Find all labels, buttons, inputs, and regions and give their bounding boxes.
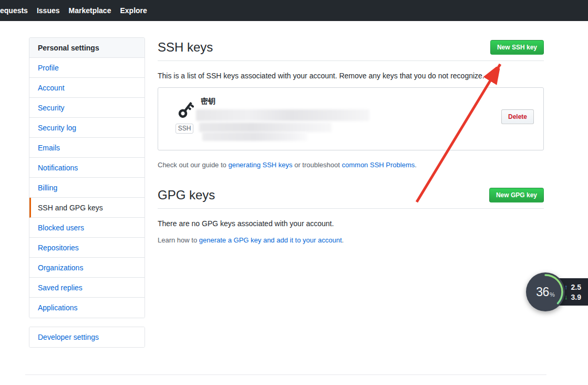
sidebar-header: Personal settings bbox=[29, 38, 145, 58]
ssh-help-prefix: Check out our guide to bbox=[158, 161, 228, 169]
gpg-help-prefix: Learn how to bbox=[158, 236, 199, 244]
sidebar-item-ssh-and-gpg-keys[interactable]: SSH and GPG keys bbox=[29, 198, 145, 218]
download-value: 3.9 bbox=[571, 293, 581, 301]
common-ssh-problems-link[interactable]: common SSH Problems bbox=[342, 161, 415, 169]
ssh-keys-title: SSH keys bbox=[158, 40, 213, 55]
sidebar-item-account[interactable]: Account bbox=[29, 78, 145, 98]
sidebar-item-emails[interactable]: Emails bbox=[29, 138, 145, 158]
ssh-help-suffix: . bbox=[415, 161, 417, 169]
developer-settings-menu: Developer settings bbox=[29, 327, 145, 348]
ssh-keys-description: This is a list of SSH keys associated wi… bbox=[158, 72, 544, 80]
nav-item-issues[interactable]: Issues bbox=[37, 6, 60, 15]
redacted-detail-line bbox=[199, 123, 332, 132]
new-ssh-key-button[interactable]: New SSH key bbox=[490, 40, 544, 55]
upload-row: ↑ 2.5 bbox=[564, 283, 588, 291]
sidebar-item-organizations[interactable]: Organizations bbox=[29, 258, 145, 278]
key-icon bbox=[176, 99, 194, 123]
sidebar-item-security-log[interactable]: Security log bbox=[29, 118, 145, 138]
sidebar-item-billing[interactable]: Billing bbox=[29, 178, 145, 198]
settings-sidebar: Personal settings Profile Account Securi… bbox=[29, 37, 145, 348]
top-navbar: equests Issues Marketplace Explore bbox=[0, 0, 588, 21]
gauge-arc bbox=[526, 272, 565, 311]
nav-item-explore[interactable]: Explore bbox=[120, 6, 147, 15]
nav-item-pull-requests[interactable]: equests bbox=[0, 6, 28, 15]
gpg-keys-header: GPG keys New GPG key bbox=[158, 188, 544, 209]
settings-content: SSH keys New SSH key This is a list of S… bbox=[158, 34, 544, 244]
usage-gauge-widget[interactable]: 36 % bbox=[526, 272, 565, 311]
generate-gpg-key-link[interactable]: generate a GPG key and add it to your ac… bbox=[199, 236, 342, 244]
sidebar-item-notifications[interactable]: Notifications bbox=[29, 158, 145, 178]
ssh-key-title: 密钥 bbox=[201, 97, 215, 106]
sidebar-item-applications[interactable]: Applications bbox=[29, 298, 145, 318]
new-gpg-key-button[interactable]: New GPG key bbox=[489, 188, 544, 202]
sidebar-item-blocked-users[interactable]: Blocked users bbox=[29, 218, 145, 238]
gpg-help-text: Learn how to generate a GPG key and add … bbox=[158, 236, 544, 244]
redacted-fingerprint bbox=[196, 109, 369, 121]
sidebar-item-developer-settings[interactable]: Developer settings bbox=[29, 327, 145, 347]
ssh-badge: SSH bbox=[176, 124, 193, 134]
gpg-help-suffix: . bbox=[342, 236, 344, 244]
redacted-detail-line bbox=[202, 132, 307, 141]
sidebar-item-repositories[interactable]: Repositories bbox=[29, 238, 145, 258]
sidebar-item-saved-replies[interactable]: Saved replies bbox=[29, 278, 145, 298]
delete-key-button[interactable]: Delete bbox=[501, 109, 534, 124]
generating-ssh-keys-link[interactable]: generating SSH keys bbox=[228, 161, 292, 169]
ssh-key-card: SSH 密钥 Delete bbox=[158, 87, 544, 150]
download-row: ↓ 3.9 bbox=[564, 293, 588, 301]
ssh-help-middle: or troubleshoot bbox=[293, 161, 342, 169]
nav-item-marketplace[interactable]: Marketplace bbox=[69, 6, 111, 15]
personal-settings-menu: Personal settings Profile Account Securi… bbox=[29, 37, 145, 318]
footer-divider bbox=[25, 374, 546, 375]
sidebar-item-profile[interactable]: Profile bbox=[29, 58, 145, 78]
sidebar-item-security[interactable]: Security bbox=[29, 98, 145, 118]
upload-value: 2.5 bbox=[571, 283, 581, 291]
ssh-keys-header: SSH keys New SSH key bbox=[158, 40, 544, 61]
ssh-help-text: Check out our guide to generating SSH ke… bbox=[158, 161, 544, 169]
gpg-empty-text: There are no GPG keys associated with yo… bbox=[158, 219, 544, 228]
gpg-keys-title: GPG keys bbox=[158, 188, 215, 203]
